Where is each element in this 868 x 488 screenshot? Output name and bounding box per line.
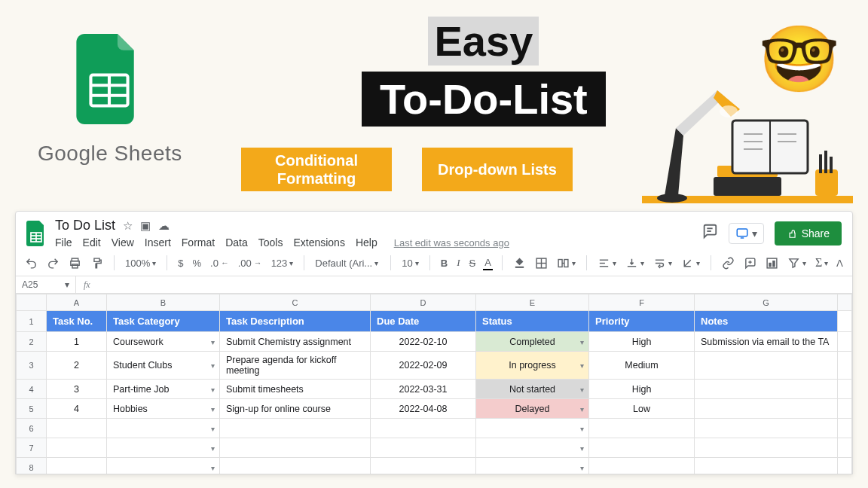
doc-sheets-icon[interactable] <box>26 221 46 246</box>
header-cell[interactable]: Notes <box>695 311 838 332</box>
cell-due-date[interactable]: 2022-02-09 <box>371 352 476 380</box>
cell-description[interactable]: Prepare agenda for kickoff meeting <box>220 352 371 380</box>
cell-due-date[interactable]: 2022-02-10 <box>371 332 476 352</box>
cell-priority[interactable]: High <box>589 332 695 352</box>
cell[interactable] <box>695 419 838 438</box>
select-all-cell[interactable] <box>17 294 47 311</box>
menu-help[interactable]: Help <box>356 236 377 249</box>
menu-edit[interactable]: Edit <box>83 236 101 249</box>
spreadsheet-grid[interactable]: A B C D E F G 1Task No.Task CategoryTask… <box>16 294 852 474</box>
insert-comment-icon[interactable] <box>742 255 758 271</box>
header-cell[interactable]: Status <box>476 311 589 332</box>
cell-description[interactable]: Sign-up for online course <box>220 399 371 419</box>
col-header-A[interactable]: A <box>47 294 107 311</box>
cell-status[interactable]: Not started▾ <box>476 380 589 399</box>
cell[interactable] <box>589 458 695 474</box>
print-icon[interactable] <box>67 255 83 271</box>
dropdown-arrow-icon[interactable]: ▾ <box>580 385 584 393</box>
font-size-select[interactable]: 10▾ <box>400 256 420 270</box>
col-header-B[interactable]: B <box>107 294 220 311</box>
present-button[interactable]: ▾ <box>729 223 764 244</box>
dropdown-arrow-icon[interactable]: ▾ <box>211 361 215 370</box>
dropdown-arrow-icon[interactable]: ▾ <box>580 424 584 432</box>
percent-icon[interactable]: % <box>191 256 203 270</box>
insert-chart-icon[interactable] <box>764 255 780 271</box>
insert-link-icon[interactable] <box>720 255 736 271</box>
menu-view[interactable]: View <box>112 236 134 249</box>
cell-priority[interactable]: Medium <box>589 352 695 380</box>
cell-category[interactable]: Part-time Job▾ <box>107 380 220 399</box>
text-wrap-icon[interactable]: ▾ <box>652 255 674 271</box>
cell[interactable] <box>47 438 107 458</box>
comments-icon[interactable] <box>701 223 718 243</box>
row-header[interactable]: 6 <box>17 419 47 438</box>
cell-category[interactable]: Student Clubs▾ <box>107 352 220 380</box>
cell[interactable] <box>589 438 695 458</box>
cell[interactable]: ▾ <box>476 438 589 458</box>
menu-extensions[interactable]: Extensions <box>293 236 344 249</box>
collapse-toolbar-icon[interactable]: ᐱ <box>835 256 845 270</box>
cell[interactable] <box>838 311 852 332</box>
cell-due-date[interactable]: 2022-03-31 <box>371 380 476 399</box>
header-cell[interactable]: Task Category <box>107 311 220 332</box>
menu-format[interactable]: Format <box>182 236 215 249</box>
cell-due-date[interactable]: 2022-04-08 <box>371 399 476 419</box>
redo-icon[interactable] <box>45 255 61 271</box>
col-header-D[interactable]: D <box>371 294 476 311</box>
cell[interactable] <box>838 438 852 458</box>
cell-category[interactable]: Hobbies▾ <box>107 399 220 419</box>
cell[interactable] <box>589 419 695 438</box>
row-header[interactable]: 8 <box>17 458 47 474</box>
cell[interactable] <box>838 458 852 474</box>
menu-tools[interactable]: Tools <box>258 236 283 249</box>
horizontal-align-icon[interactable]: ▾ <box>596 255 618 271</box>
menu-file[interactable]: File <box>55 236 72 249</box>
increase-decimal-icon[interactable]: .00→ <box>237 256 264 270</box>
col-header-G[interactable]: G <box>695 294 838 311</box>
cell-task-no[interactable]: 1 <box>47 332 107 352</box>
italic-icon[interactable]: I <box>455 255 461 270</box>
cell-category[interactable]: Coursework▾ <box>107 332 220 352</box>
row-header[interactable]: 2 <box>17 332 47 352</box>
borders-icon[interactable] <box>533 255 549 271</box>
cell[interactable] <box>220 438 371 458</box>
fill-color-icon[interactable] <box>512 255 527 271</box>
cell[interactable] <box>220 419 371 438</box>
move-icon[interactable]: ▣ <box>140 219 151 233</box>
undo-icon[interactable] <box>23 255 39 271</box>
cell[interactable]: ▾ <box>476 458 589 474</box>
col-header-F[interactable]: F <box>589 294 695 311</box>
menu-data[interactable]: Data <box>225 236 248 249</box>
cell-status[interactable]: Completed▾ <box>476 332 589 352</box>
row-header[interactable]: 4 <box>17 380 47 399</box>
doc-title[interactable]: To Do List <box>55 218 115 233</box>
dropdown-arrow-icon[interactable]: ▾ <box>211 463 215 471</box>
dropdown-arrow-icon[interactable]: ▾ <box>211 385 215 393</box>
name-box[interactable]: A25▾ <box>16 276 76 293</box>
header-cell[interactable]: Priority <box>589 311 695 332</box>
cell[interactable] <box>220 458 371 474</box>
row-header[interactable]: 3 <box>17 352 47 380</box>
cell[interactable] <box>371 419 476 438</box>
cell-priority[interactable]: High <box>589 380 695 399</box>
paint-format-icon[interactable] <box>89 255 105 271</box>
cell[interactable] <box>838 419 852 438</box>
cell[interactable] <box>838 380 852 399</box>
cell-priority[interactable]: Low <box>589 399 695 419</box>
header-cell[interactable]: Task No. <box>47 311 107 332</box>
vertical-align-icon[interactable]: ▾ <box>624 255 646 271</box>
col-header-C[interactable]: C <box>220 294 371 311</box>
decrease-decimal-icon[interactable]: .0← <box>209 256 231 270</box>
row-header[interactable]: 7 <box>17 438 47 458</box>
dropdown-arrow-icon[interactable]: ▾ <box>211 444 215 452</box>
col-header-E[interactable]: E <box>476 294 589 311</box>
cell[interactable] <box>695 458 838 474</box>
cell[interactable] <box>47 458 107 474</box>
cell[interactable]: ▾ <box>476 419 589 438</box>
cell-status[interactable]: Delayed▾ <box>476 399 589 419</box>
dropdown-arrow-icon[interactable]: ▾ <box>580 404 584 413</box>
cell[interactable] <box>371 438 476 458</box>
menu-insert[interactable]: Insert <box>145 236 171 249</box>
cell-notes[interactable] <box>695 399 838 419</box>
last-edit-text[interactable]: Last edit was seconds ago <box>394 237 509 249</box>
